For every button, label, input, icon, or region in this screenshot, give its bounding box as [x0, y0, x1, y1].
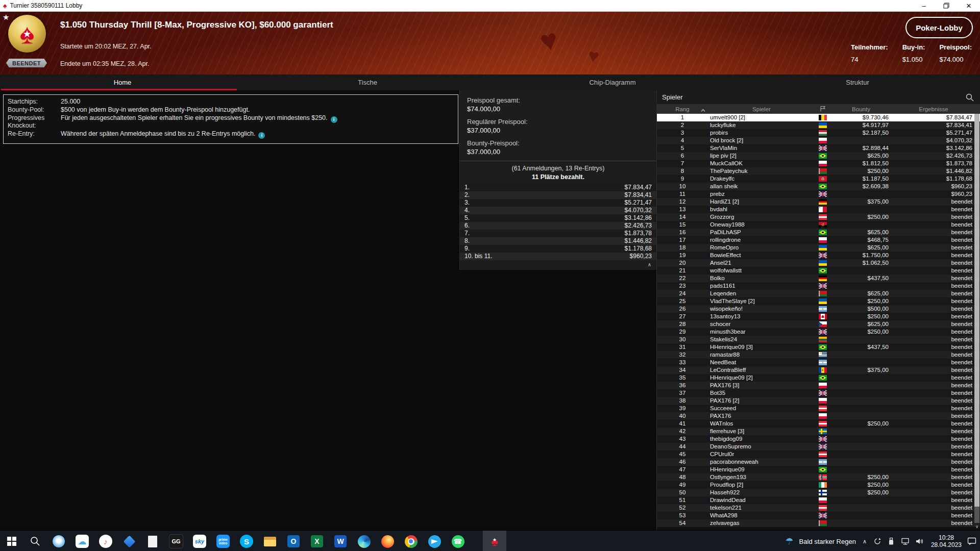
taskbar-sky[interactable]: sky [188, 531, 211, 551]
tab-home[interactable]: Home [0, 74, 245, 90]
player-row[interactable]: 6lipe piv [2]$625,00$2.426,73 [657, 152, 980, 160]
player-row[interactable]: 42flerrehuve [3]beendet [657, 428, 980, 435]
player-row[interactable]: 8ThePateychuk$250,00$1.446,82 [657, 167, 980, 175]
player-row[interactable]: 5SerVlaMin$2.898,44$3.142,86 [657, 144, 980, 152]
player-row[interactable]: 43thebigdog09beendet [657, 435, 980, 443]
player-row[interactable]: 39Succeeedbeendet [657, 405, 980, 412]
taskbar-whatsapp[interactable]: ☎ [446, 531, 470, 551]
player-row[interactable]: 19BowieEffect$1.750,00beendet [657, 252, 980, 259]
usb-device-icon[interactable] [887, 537, 895, 545]
player-row[interactable]: 35HHenrique09 [2]beendet [657, 374, 980, 382]
player-row[interactable]: 37Bot35beendet [657, 389, 980, 397]
taskbar-notepad[interactable] [141, 531, 164, 551]
player-row[interactable]: 9Drakeylfc$1.187,50$1.178,68 [657, 175, 980, 183]
column-bounty[interactable]: Bounty [830, 106, 892, 112]
player-row[interactable]: 32ramastar88beendet [657, 351, 980, 359]
player-row[interactable]: 26wisopekeño!$500,00beendet [657, 305, 980, 313]
poker-lobby-button[interactable]: Poker-Lobby [905, 17, 973, 38]
player-row[interactable]: 29minusth3bear$250,00beendet [657, 328, 980, 336]
taskbar-word[interactable]: W [329, 531, 352, 551]
player-row[interactable]: 38PAX176 [2]beendet [657, 397, 980, 405]
player-row[interactable]: 49Proudflop [2]$250,00beendet [657, 481, 980, 489]
player-row[interactable]: 31HHenrique09 [3]$437,50beendet [657, 343, 980, 351]
player-row[interactable]: 2713santoy13$250,00beendet [657, 313, 980, 320]
player-row[interactable]: 21wolfofwallsttbeendet [657, 267, 980, 274]
player-row[interactable]: 33NeedBeatbeendet [657, 359, 980, 366]
taskbar-file-explorer[interactable] [258, 531, 282, 551]
tab-struktur[interactable]: Struktur [735, 74, 980, 90]
player-row[interactable]: 17rollingdrone$468,75beendet [657, 236, 980, 244]
taskbar-blue-diamond-app[interactable] [117, 531, 141, 551]
taskbar-start[interactable] [0, 531, 23, 551]
scrollbar-thumb[interactable] [974, 114, 979, 507]
player-row[interactable]: 20Ansel21$1.062,50beendet [657, 259, 980, 267]
taskbar-skype[interactable]: S [235, 531, 258, 551]
collapse-payouts-chevron-icon[interactable]: ∧ [648, 262, 651, 267]
taskbar-firefox[interactable] [376, 531, 399, 551]
column-flag[interactable] [815, 106, 830, 112]
player-row[interactable]: 23pads1161beendet [657, 282, 980, 290]
player-row[interactable]: 13bvdahlbeendet [657, 206, 980, 213]
player-row[interactable]: 30Stakelis24beendet [657, 336, 980, 343]
player-row[interactable]: 24Leqenden$625,00beendet [657, 290, 980, 297]
tab-tische[interactable]: Tische [245, 74, 490, 90]
player-row[interactable]: 12HardiZ1 [2]$375,00beendet [657, 198, 980, 206]
player-row[interactable]: 53WhatA298beendet [657, 512, 980, 519]
taskbar-outlook[interactable]: O [282, 531, 305, 551]
player-row[interactable]: 1umvelt900 [2]$9.730,46$7.834,47 [657, 114, 980, 121]
player-row[interactable]: 22Bolko$437,50beendet [657, 274, 980, 282]
player-row[interactable]: 2luckyfluke$4.917,97$7.834,41 [657, 121, 980, 129]
taskbar-clock[interactable]: 10:28 28.04.2023 [931, 534, 962, 548]
sync-icon[interactable] [873, 537, 881, 545]
taskbar-excel[interactable]: X [305, 531, 329, 551]
column-spieler[interactable]: Spieler [708, 106, 815, 112]
taskbar-prime-video[interactable]: primevideo [211, 531, 235, 551]
players-scrollbar[interactable] [974, 114, 979, 523]
weather-icon[interactable]: ☂ [785, 536, 793, 547]
player-row[interactable]: 25VladTheSlaye [2]$250,00beendet [657, 297, 980, 305]
player-row[interactable]: 50Hasseh922$250,00beendet [657, 489, 980, 496]
taskbar-pokerstars[interactable]: ♠★ [483, 531, 506, 551]
minimize-button[interactable]: – [913, 0, 935, 11]
player-row[interactable]: 28schocer$625,00beendet [657, 320, 980, 328]
player-row[interactable]: 15Oneway1988beendet [657, 221, 980, 229]
player-row[interactable]: 45CPUrul0rbeendet [657, 450, 980, 458]
player-row[interactable]: 54zelvavegasbeendet [657, 519, 980, 527]
player-row[interactable]: 3probirs$2.187,50$5.271,47 [657, 129, 980, 137]
taskbar-telegram[interactable] [423, 531, 446, 551]
taskbar-cortana[interactable] [47, 531, 70, 551]
player-row[interactable]: 18RomeOpro$625,00beendet [657, 244, 980, 252]
player-row[interactable]: 11prebz$960,23 [657, 190, 980, 198]
taskbar-itunes[interactable]: ♪ [94, 531, 117, 551]
taskbar-ggpoker[interactable]: GG [164, 531, 188, 551]
action-center-icon[interactable] [967, 537, 977, 546]
taskbar-edge[interactable] [352, 531, 376, 551]
taskbar-chrome[interactable] [399, 531, 423, 551]
player-row[interactable]: 51DrawindDeadbeendet [657, 496, 980, 504]
player-row[interactable]: 52tekelson221beendet [657, 504, 980, 512]
player-row[interactable]: 44DeanoSupremobeendet [657, 443, 980, 450]
ethernet-icon[interactable] [901, 537, 910, 545]
column-ergebnisse[interactable]: Ergebnisse [892, 106, 980, 112]
hidden-icons-chevron-icon[interactable]: ∧ [863, 538, 867, 545]
player-row[interactable]: 40PAX176beendet [657, 412, 980, 420]
player-row[interactable]: 7MuckCallOK$1.812,50$1.873,78 [657, 160, 980, 167]
tab-chip-diagramm[interactable]: Chip-Diagramm [490, 74, 735, 90]
info-icon[interactable]: i [258, 132, 265, 139]
restore-button[interactable] [935, 0, 958, 11]
scroll-down-chevron-icon[interactable]: ∨ [974, 523, 979, 530]
close-button[interactable]: ✕ [958, 0, 980, 11]
taskbar-icloud[interactable]: ☁ [70, 531, 94, 551]
player-row[interactable]: 16PaDiLhASP$625,00beendet [657, 229, 980, 236]
player-row[interactable]: 47HHenrique09beendet [657, 466, 980, 473]
player-row[interactable]: 4Old brock [2]$4.070,32 [657, 137, 980, 144]
taskbar-search[interactable] [23, 531, 47, 551]
column-rang[interactable]: Rang [657, 106, 708, 112]
player-row[interactable]: 10allan sheik$2.609,38$960,23 [657, 183, 980, 190]
player-row[interactable]: 36PAX176 [3]beendet [657, 382, 980, 389]
player-row[interactable]: 14Grozzorg$250,00beendet [657, 213, 980, 221]
weather-text[interactable]: Bald starker Regen [799, 538, 856, 545]
player-row[interactable]: 48Ostlyngen193$250,00beendet [657, 473, 980, 481]
search-icon[interactable] [965, 93, 974, 102]
player-row[interactable]: 41WATnlos$250,00beendet [657, 420, 980, 428]
